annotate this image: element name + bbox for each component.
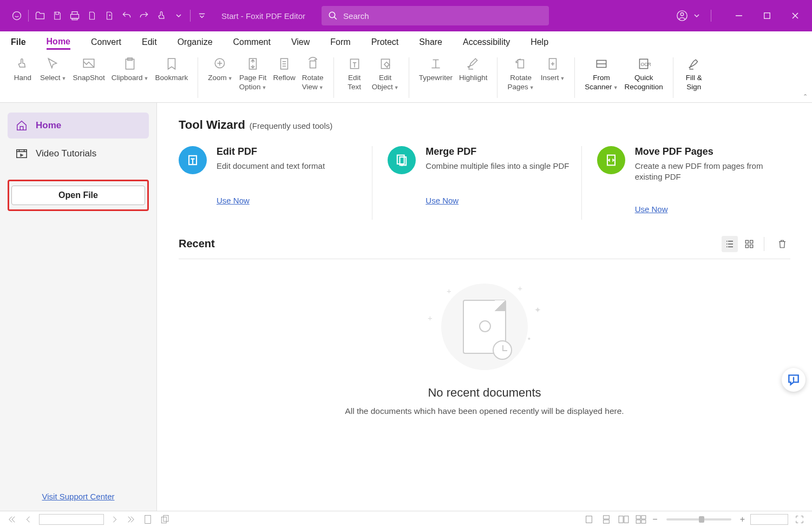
account-dropdown-icon[interactable]	[693, 10, 700, 22]
maximize-button[interactable]	[761, 10, 773, 22]
page-icon[interactable]	[86, 10, 98, 22]
ribbon-reflow[interactable]: Reflow	[270, 55, 298, 84]
ribbon-label: Hand	[14, 74, 31, 83]
new-page-icon[interactable]	[103, 10, 115, 22]
ribbon-label: Typewriter	[419, 74, 453, 83]
ribbon-clipboard[interactable]: Clipboard▼	[108, 55, 152, 84]
clear-recent-button[interactable]	[774, 236, 790, 252]
zoom-in-button[interactable]: +	[740, 515, 745, 524]
undo-icon[interactable]	[121, 10, 133, 22]
menu-tab-share[interactable]: Share	[419, 35, 442, 49]
ribbon-label: Highlight	[459, 74, 488, 83]
use-now-link[interactable]: Use Now	[635, 205, 668, 214]
home-icon	[15, 119, 28, 132]
account-icon[interactable]	[676, 10, 688, 22]
grid-view-button[interactable]	[741, 236, 757, 252]
separator	[190, 10, 191, 22]
ribbon-collapse-icon[interactable]: ⌃	[803, 93, 808, 100]
redo-icon[interactable]	[138, 10, 150, 22]
open-file-highlight: Open File	[8, 180, 149, 211]
print-icon[interactable]	[69, 10, 81, 22]
ribbon-page-fit-option[interactable]: Page FitOption▼	[236, 55, 270, 93]
menu-tab-organize[interactable]: Organize	[178, 35, 213, 49]
zoom-out-button[interactable]: −	[652, 515, 657, 524]
menu-tab-home[interactable]: Home	[47, 35, 70, 50]
ribbon-insert[interactable]: Insert▼	[538, 55, 568, 84]
ribbon-highlight[interactable]: Highlight	[456, 55, 491, 84]
help-bubble-button[interactable]	[782, 368, 806, 392]
next-page-button[interactable]	[109, 514, 120, 525]
view-single-icon[interactable]	[583, 515, 595, 524]
first-page-button[interactable]	[6, 514, 17, 525]
support-center-link[interactable]: Visit Support Center	[8, 492, 149, 505]
view-continuous-icon[interactable]	[600, 515, 612, 524]
ribbon-separator	[497, 57, 497, 98]
svg-rect-1	[71, 15, 79, 19]
page-fit-option-icon	[245, 56, 260, 71]
window-title: Start - Foxit PDF Editor	[221, 11, 305, 21]
ribbon-edit-text[interactable]: EditText	[340, 55, 369, 93]
ribbon-snapshot[interactable]: SnapShot	[69, 55, 108, 84]
nav-docs-icon[interactable]	[159, 515, 171, 524]
menu-tab-comment[interactable]: Comment	[233, 35, 271, 49]
typewriter-icon	[428, 56, 443, 71]
svg-rect-26	[750, 240, 753, 243]
menu-tab-protect[interactable]: Protect	[371, 35, 399, 49]
menu-tab-form[interactable]: Form	[330, 35, 350, 49]
ribbon-rotate-view[interactable]: RotateView▼	[299, 55, 327, 93]
nav-doc-icon[interactable]	[142, 515, 154, 524]
ribbon-hand[interactable]: Hand	[9, 55, 37, 84]
tool-desc: Create a new PDF from pages from existin…	[635, 161, 780, 183]
svg-rect-36	[624, 516, 628, 522]
sidebar-item-label: Video Tutorials	[36, 148, 96, 159]
sidebar-item-video-tutorials[interactable]: Video Tutorials	[8, 141, 149, 167]
ribbon-bookmark[interactable]: Bookmark	[152, 55, 191, 84]
quick-recognition-icon: OCR	[636, 56, 651, 71]
fill-sign-icon	[686, 56, 702, 71]
menu-tab-edit[interactable]: Edit	[142, 35, 157, 49]
sidebar-item-home[interactable]: Home	[8, 113, 149, 139]
ribbon-select[interactable]: Select▼	[37, 55, 69, 84]
prev-page-button[interactable]	[23, 514, 34, 525]
teal-tool-icon	[388, 146, 416, 174]
use-now-link[interactable]: Use Now	[217, 196, 250, 205]
search-box[interactable]	[322, 6, 549, 25]
qat-dropdown-icon[interactable]	[173, 10, 185, 22]
open-file-button[interactable]: Open File	[11, 186, 145, 205]
ribbon-zoom[interactable]: Zoom▼	[205, 55, 235, 84]
ribbon-quick-recognition[interactable]: OCRQuickRecognition	[621, 55, 666, 93]
ribbon-rotate-pages[interactable]: RotatePages▼	[504, 55, 537, 93]
menu-tab-convert[interactable]: Convert	[91, 35, 121, 49]
fullscreen-button[interactable]	[794, 515, 806, 524]
view-facing-icon[interactable]	[618, 515, 630, 524]
svg-rect-39	[636, 519, 640, 523]
from-scanner-icon	[594, 56, 609, 71]
svg-rect-15	[518, 60, 524, 68]
zoom-input[interactable]	[750, 514, 788, 525]
tool-title: Edit PDF	[217, 146, 325, 157]
list-view-button[interactable]	[722, 236, 738, 252]
ribbon-typewriter[interactable]: Typewriter	[416, 55, 456, 84]
menu-tab-accessibility[interactable]: Accessibility	[463, 35, 510, 49]
menu-tab-view[interactable]: View	[291, 35, 310, 49]
tool-cards-row: Edit PDFEdit document and text formatUse…	[179, 146, 790, 220]
menu-tab-help[interactable]: Help	[531, 35, 548, 49]
zoom-slider[interactable]	[666, 518, 731, 521]
last-page-button[interactable]	[126, 514, 136, 525]
close-button[interactable]	[789, 10, 801, 22]
video-icon	[15, 147, 28, 160]
save-icon[interactable]	[51, 10, 63, 22]
open-folder-icon[interactable]	[34, 10, 46, 22]
ribbon-edit-object[interactable]: EditObject▼	[369, 55, 402, 93]
ribbon-from-scanner[interactable]: FromScanner▼	[581, 55, 621, 93]
minimize-button[interactable]	[733, 10, 745, 22]
search-input[interactable]	[343, 11, 542, 21]
customize-dropdown-icon[interactable]	[196, 10, 208, 22]
svg-rect-37	[636, 515, 640, 518]
use-now-link[interactable]: Use Now	[425, 196, 459, 205]
page-number-input[interactable]	[39, 514, 104, 525]
touch-mode-icon[interactable]	[155, 10, 167, 22]
ribbon-fill-sign[interactable]: Fill &Sign	[680, 55, 708, 93]
menu-tab-file[interactable]: File	[11, 35, 26, 49]
view-continuous-facing-icon[interactable]	[635, 515, 647, 524]
